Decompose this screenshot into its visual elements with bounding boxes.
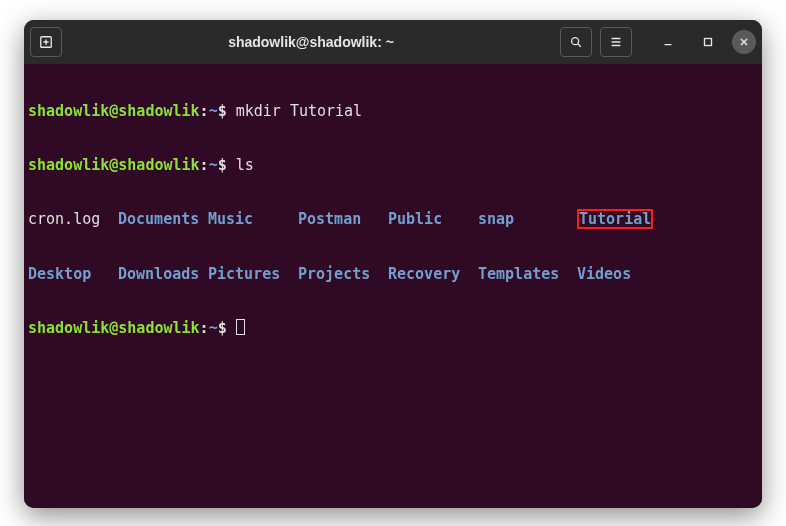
terminal-body[interactable]: shadowlik@shadowlik:~$ mkdir Tutorial sh…: [24, 64, 762, 508]
ls-dir: Videos: [577, 265, 631, 283]
prompt-dollar: $: [218, 102, 227, 120]
cursor: [236, 319, 245, 335]
titlebar: shadowlik@shadowlik: ~: [24, 20, 762, 64]
prompt-path: ~: [209, 319, 218, 337]
ls-dir-highlight: Tutorial: [577, 209, 653, 229]
ls-dir: Pictures: [208, 265, 298, 283]
ls-dir: Recovery: [388, 265, 478, 283]
prompt-line-3: shadowlik@shadowlik:~$: [28, 319, 758, 337]
ls-dir: Documents: [118, 210, 208, 229]
ls-dir: snap: [478, 210, 577, 229]
ls-dir: Downloads: [118, 265, 208, 283]
ls-file: cron.log: [28, 210, 118, 229]
search-button[interactable]: [560, 27, 592, 57]
new-tab-button[interactable]: [30, 27, 62, 57]
prompt-colon: :: [200, 319, 209, 337]
command-ls: ls: [227, 156, 254, 174]
prompt-path: ~: [209, 102, 218, 120]
prompt-line-1: shadowlik@shadowlik:~$ mkdir Tutorial: [28, 102, 758, 120]
prompt-colon: :: [200, 156, 209, 174]
prompt-line-2: shadowlik@shadowlik:~$ ls: [28, 156, 758, 174]
close-button[interactable]: [732, 30, 756, 54]
prompt-dollar: $: [218, 156, 227, 174]
prompt-user: shadowlik@shadowlik: [28, 319, 200, 337]
prompt-colon: :: [200, 102, 209, 120]
minimize-button[interactable]: [652, 27, 684, 57]
terminal-window: shadowlik@shadowlik: ~: [24, 20, 762, 508]
ls-dir: Desktop: [28, 265, 118, 283]
ls-output-row-1: cron.logDocumentsMusicPostmanPublicsnapT…: [28, 210, 758, 229]
prompt-path: ~: [209, 156, 218, 174]
window-title: shadowlik@shadowlik: ~: [62, 34, 560, 50]
ls-dir: Postman: [298, 210, 388, 229]
ls-dir: Projects: [298, 265, 388, 283]
svg-rect-9: [705, 39, 712, 46]
prompt-dollar: $: [218, 319, 227, 337]
svg-point-3: [572, 38, 579, 45]
ls-dir: Templates: [478, 265, 577, 283]
svg-line-4: [578, 44, 581, 47]
maximize-button[interactable]: [692, 27, 724, 57]
command-mkdir: mkdir Tutorial: [227, 102, 362, 120]
ls-dir: Music: [208, 210, 298, 229]
prompt-user: shadowlik@shadowlik: [28, 156, 200, 174]
menu-button[interactable]: [600, 27, 632, 57]
prompt-user: shadowlik@shadowlik: [28, 102, 200, 120]
ls-dir: Public: [388, 210, 478, 229]
ls-output-row-2: DesktopDownloadsPicturesProjectsRecovery…: [28, 265, 758, 283]
command-empty: [227, 319, 236, 337]
